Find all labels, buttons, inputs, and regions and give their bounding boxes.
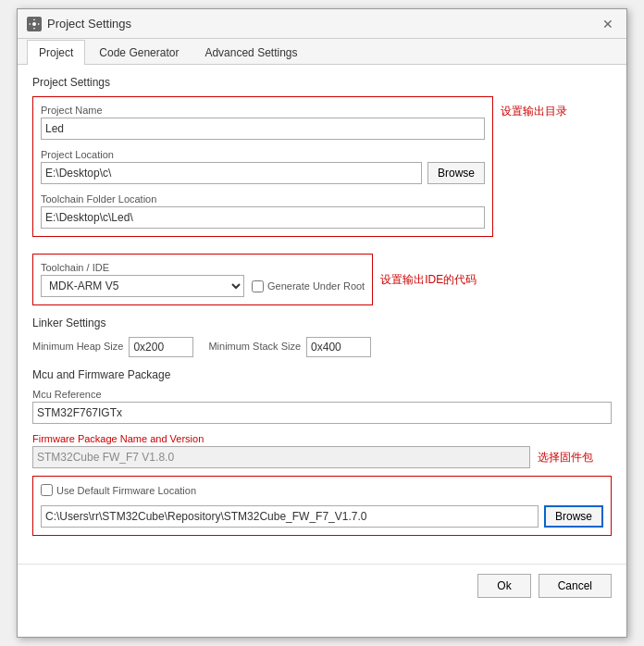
settings-icon xyxy=(27,17,42,31)
linker-row: Minimum Heap Size Minimum Stack Size xyxy=(32,337,612,357)
firmware-location-box: Use Default Firmware Location Browse xyxy=(32,476,612,536)
project-location-label: Project Location xyxy=(41,149,485,160)
annotation-output-dir: 设置输出目录 xyxy=(501,96,612,119)
toolchain-ide-label: Toolchain / IDE xyxy=(41,262,365,273)
firmware-path-input[interactable] xyxy=(41,505,539,528)
annotation-ide: 设置输出IDE的代码 xyxy=(380,254,477,288)
stack-size-label: Minimum Stack Size xyxy=(208,341,301,352)
toolchain-folder-group: Toolchain Folder Location xyxy=(41,193,485,229)
project-name-label: Project Name xyxy=(41,105,485,116)
project-settings-box: Project Name Project Location Browse Too… xyxy=(32,96,493,237)
ok-button[interactable]: Ok xyxy=(477,574,530,598)
tab-code-generator[interactable]: Code Generator xyxy=(87,40,191,65)
project-settings-dialog: Project Settings ✕ Project Code Generato… xyxy=(17,8,627,638)
stack-size-field: Minimum Stack Size xyxy=(208,337,371,357)
toolchain-folder-label: Toolchain Folder Location xyxy=(41,193,485,205)
title-bar: Project Settings ✕ xyxy=(18,9,626,39)
heap-size-field: Minimum Heap Size xyxy=(32,337,193,357)
mcu-firmware-title: Mcu and Firmware Package xyxy=(32,368,612,381)
toolchain-ide-row: MDK-ARM V5 MDK-ARM V4 EWARM TrueSTUDIO S… xyxy=(41,275,365,297)
project-location-group: Project Location Browse xyxy=(41,149,485,184)
dialog-content: Project Settings Project Name Project Lo… xyxy=(18,65,626,556)
firmware-package-left: Firmware Package Name and Version xyxy=(32,433,530,468)
heap-size-label: Minimum Heap Size xyxy=(32,341,123,352)
linker-settings-section: Linker Settings Minimum Heap Size Minimu… xyxy=(32,317,612,357)
cancel-button[interactable]: Cancel xyxy=(539,574,612,598)
generate-under-root-label[interactable]: Generate Under Root xyxy=(252,280,365,292)
linker-settings-title: Linker Settings xyxy=(32,317,612,329)
dialog-title: Project Settings xyxy=(47,17,131,31)
project-location-input[interactable] xyxy=(41,162,422,184)
project-name-input[interactable] xyxy=(41,118,485,140)
use-default-firmware-group: Use Default Firmware Location xyxy=(41,484,603,496)
tabs-bar: Project Code Generator Advanced Settings xyxy=(18,39,626,65)
toolchain-ide-box: Toolchain / IDE MDK-ARM V5 MDK-ARM V4 EW… xyxy=(32,254,373,305)
dialog-footer: Ok Cancel xyxy=(18,564,626,607)
title-bar-left: Project Settings xyxy=(27,17,131,31)
tab-advanced-settings[interactable]: Advanced Settings xyxy=(192,40,309,65)
project-name-group: Project Name xyxy=(41,105,485,140)
project-location-browse[interactable]: Browse xyxy=(427,162,485,184)
firmware-package-label: Firmware Package Name and Version xyxy=(32,433,530,444)
firmware-path-row: Browse xyxy=(41,505,603,528)
firmware-path-browse[interactable]: Browse xyxy=(544,505,603,528)
mcu-reference-input[interactable] xyxy=(32,402,612,424)
svg-point-0 xyxy=(32,22,36,26)
mcu-reference-group: Mcu Reference xyxy=(32,389,612,424)
firmware-package-wrapper: Firmware Package Name and Version 选择固件包 xyxy=(32,433,612,468)
mcu-firmware-section: Mcu and Firmware Package Mcu Reference F… xyxy=(32,368,612,536)
use-default-firmware-checkbox[interactable] xyxy=(41,484,53,496)
close-button[interactable]: ✕ xyxy=(599,15,617,33)
use-default-firmware-label[interactable]: Use Default Firmware Location xyxy=(41,484,603,496)
mcu-reference-label: Mcu Reference xyxy=(32,389,612,400)
toolchain-ide-select[interactable]: MDK-ARM V5 MDK-ARM V4 EWARM TrueSTUDIO S… xyxy=(41,275,244,297)
firmware-package-input xyxy=(32,446,530,468)
tab-project[interactable]: Project xyxy=(27,40,85,65)
heap-size-input[interactable] xyxy=(129,337,193,357)
generate-under-root-checkbox[interactable] xyxy=(252,280,264,292)
stack-size-input[interactable] xyxy=(306,337,371,357)
project-settings-title: Project Settings xyxy=(32,76,612,89)
project-location-row: Browse xyxy=(41,162,485,184)
annotation-firmware: 选择固件包 xyxy=(538,433,612,466)
toolchain-folder-input[interactable] xyxy=(41,206,485,229)
